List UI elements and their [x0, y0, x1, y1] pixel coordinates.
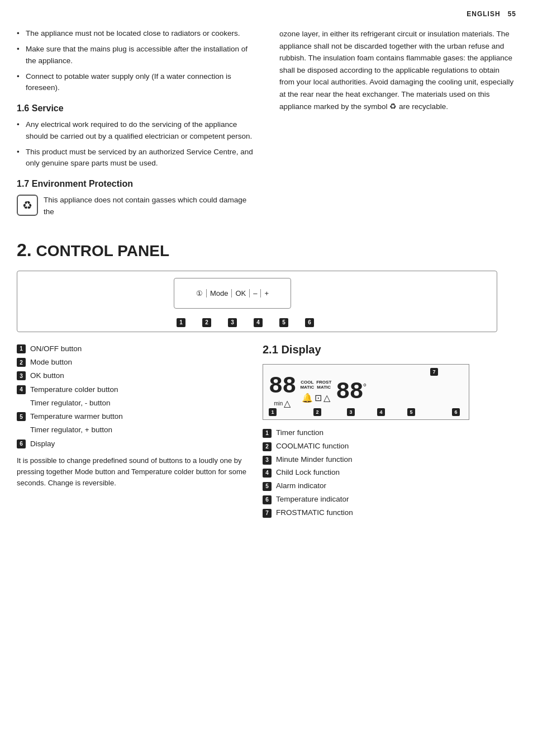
min-label: min [274, 400, 283, 407]
display-item-5-label: Alarm indicator [276, 481, 326, 492]
panel-details-wrapper: 1 ON/OFF button 2 Mode button 3 OK butto… [17, 343, 516, 521]
panel-items-list: 1 ON/OFF button 2 Mode button 3 OK butto… [17, 343, 251, 521]
panel-item-4-label: Temperature colder button [30, 384, 118, 395]
control-panel-section: 2. CONTROL PANEL ① Mode OK – + 1 2 3 4 5… [0, 240, 533, 538]
display-diagram: 7 88 min △ COOLMATIC [263, 364, 469, 420]
display-badge-2: 2 [313, 408, 321, 416]
panel-badge-3: 3 [228, 318, 237, 327]
display-item-7-label: FROSTMATIC function [276, 508, 353, 518]
display-badge-6: 6 [452, 408, 460, 416]
display-item-5: 5 Alarm indicator [263, 481, 486, 492]
bullet-item: Any electrical work required to do the s… [17, 119, 257, 142]
display-num-row: 1 2 3 4 5 6 [269, 408, 460, 416]
btn-ok: OK [232, 289, 250, 297]
display-heading: 2.1 Display [263, 343, 486, 356]
display-item-2-label: COOLMATIC function [276, 441, 349, 452]
btn-plus: + [261, 289, 272, 297]
env-protection-box: ♻ This appliance does not contain gasses… [17, 195, 257, 218]
display-section: 2.1 Display 7 88 min △ [263, 343, 486, 521]
display-item-4-label: Child Lock function [276, 467, 340, 478]
panel-item-1: 1 ON/OFF button [17, 343, 251, 355]
display-badge-3: 3 [347, 408, 355, 416]
lock-icon: ⊡ [315, 393, 322, 403]
panel-num-row: 1 2 3 4 5 6 [177, 318, 315, 327]
right-column: ozone layer, in either its refrigerant c… [274, 28, 514, 218]
display-item-6-label: Temperature indicator [276, 494, 349, 505]
degree-symbol: ° [363, 382, 367, 393]
section-2-heading: 2. CONTROL PANEL [17, 240, 516, 261]
panel-item-1-label: ON/OFF button [30, 343, 82, 355]
panel-item-4: 4 Temperature colder button [17, 384, 251, 395]
panel-item-3: 3 OK button [17, 370, 251, 381]
language-label: ENGLISH [467, 10, 500, 18]
right-digit-display: 88 [336, 380, 363, 404]
panel-note: It is possible to change predefined soun… [17, 455, 251, 489]
right-col-text: ozone layer, in either its refrigerant c… [279, 28, 514, 112]
display-item-4: 4 Child Lock function [263, 467, 486, 478]
display-item-3-label: Minute Minder function [276, 455, 353, 465]
display-item-3: 3 Minute Minder function [263, 455, 486, 465]
display-item-7: 7 FROSTMATIC function [263, 508, 486, 518]
alarm-triangle-icon: △ [284, 398, 291, 409]
panel-badge-5: 5 [279, 318, 288, 327]
page-header: ENGLISH 55 [467, 10, 516, 18]
coolmatic-label: COOLMATIC [300, 380, 314, 390]
control-panel-diagram: ① Mode OK – + 1 2 3 4 5 6 [17, 271, 497, 332]
panel-item-5-sub: Timer regulator, + button [17, 424, 251, 436]
panel-buttons-row: ① Mode OK – + [193, 289, 272, 297]
display-item-2: 2 COOLMATIC function [263, 441, 486, 452]
btn-mode: Mode [207, 289, 232, 297]
section-1-6-heading: 1.6 Service [17, 103, 257, 114]
panel-item-5: 5 Temperature warmer button [17, 411, 251, 422]
panel-item-4-sub: Timer regulator, - button [17, 398, 251, 409]
bullet-item: Connect to potable water supply only (If… [17, 71, 257, 94]
panel-badge-1: 1 [177, 318, 185, 327]
display-badge-1: 1 [269, 408, 277, 416]
display-item-1-label: Timer function [276, 428, 323, 438]
section-1-6-bullets: Any electrical work required to do the s… [17, 119, 257, 169]
env-text: This appliance does not contain gasses w… [44, 195, 257, 218]
panel-item-6: 6 Display [17, 438, 251, 450]
left-digit-display: 88 [269, 375, 296, 398]
display-item-1: 1 Timer function [263, 428, 486, 438]
panel-item-3-label: OK button [30, 370, 64, 381]
display-badge-4: 4 [377, 408, 385, 416]
panel-item-5-label: Temperature warmer button [30, 411, 123, 422]
bell-icon: 🔔 [302, 393, 313, 403]
panel-badge-4: 4 [254, 318, 263, 327]
display-badge-7: 7 [430, 368, 438, 376]
section-1-7-heading: 1.7 Environment Protection [17, 179, 257, 189]
display-items-list: 1 Timer function 2 COOLMATIC function 3 … [263, 428, 486, 518]
bullet-item: The appliance must not be located close … [17, 28, 257, 39]
panel-inner-box: ① Mode OK – + [174, 278, 291, 309]
bullet-item: Make sure that the mains plug is accessi… [17, 44, 257, 67]
panel-item-2: 2 Mode button [17, 357, 251, 368]
display-item-6: 6 Temperature indicator [263, 494, 486, 505]
alarm-icon: △ [323, 393, 330, 403]
panel-badge-2: 2 [202, 318, 211, 327]
frostmatic-label: FROSTMATIC [316, 380, 331, 390]
preamble-bullets: The appliance must not be located close … [17, 28, 257, 93]
bullet-item: This product must be serviced by an auth… [17, 147, 257, 169]
display-badge-5: 5 [407, 408, 415, 416]
panel-item-2-label: Mode button [30, 357, 72, 368]
btn-on-off: ① [193, 289, 207, 297]
env-icon: ♻ [17, 195, 38, 216]
panel-item-6-label: Display [30, 438, 55, 450]
left-column: The appliance must not be located close … [17, 28, 274, 218]
page-number: 55 [508, 10, 516, 18]
btn-minus: – [250, 289, 261, 297]
panel-badge-6: 6 [305, 318, 314, 327]
